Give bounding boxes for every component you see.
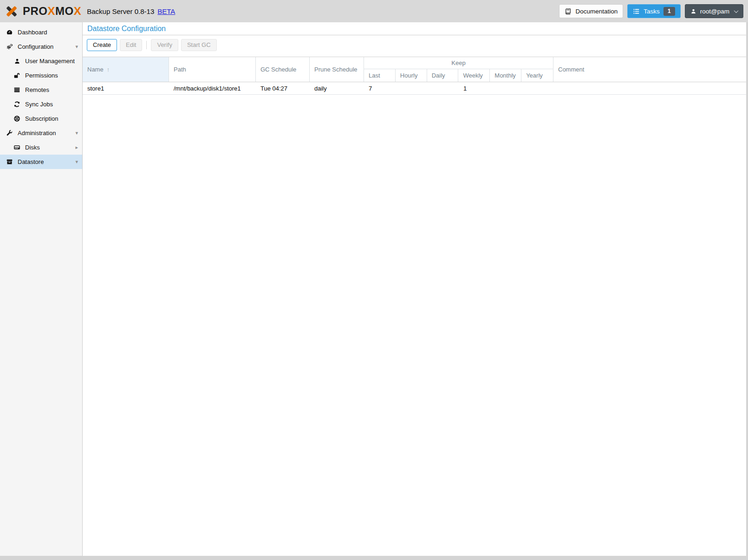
- table-row[interactable]: store1 /mnt/backup/disk1/store1 Tue 04:2…: [83, 82, 746, 95]
- user-menu-button[interactable]: root@pam: [685, 4, 743, 18]
- sidebar-item-label: Disks: [25, 144, 75, 151]
- column-header-keep-daily[interactable]: Daily: [427, 69, 459, 82]
- dashboard-icon: [6, 29, 13, 36]
- column-header-label: GC Schedule: [260, 66, 296, 73]
- documentation-label: Documentation: [575, 8, 618, 15]
- user-icon: [13, 58, 21, 65]
- beta-link[interactable]: BETA: [157, 7, 175, 15]
- column-group-keep: Keep Last Hourly Daily Weekly Monthly Ye…: [364, 57, 553, 82]
- table-header-row: Name ↑ Path GC Schedule Prune Schedule K…: [83, 57, 746, 82]
- sidebar-item-label: Configuration: [18, 43, 75, 50]
- life-ring-icon: [13, 115, 21, 122]
- sidebar-item-label: Administration: [18, 130, 75, 137]
- tasks-count-badge: 1: [663, 7, 675, 16]
- sidebar-item-subscription[interactable]: Subscription: [0, 111, 82, 126]
- toolbar-separator: [146, 41, 147, 49]
- column-header-keep-monthly[interactable]: Monthly: [490, 69, 521, 82]
- app-header: PROXMOX Backup Server 0.8-13 BETA Docume…: [0, 0, 748, 22]
- column-header-keep-last[interactable]: Last: [364, 69, 396, 82]
- archive-box-icon: [6, 158, 13, 165]
- column-header-label: Name: [87, 66, 104, 73]
- column-header-name[interactable]: Name ↑: [83, 57, 169, 82]
- sidebar-item-label: Subscription: [25, 115, 82, 122]
- start-gc-button[interactable]: Start GC: [181, 39, 217, 51]
- tasks-button[interactable]: Tasks 1: [627, 4, 680, 18]
- wrench-icon: [6, 130, 13, 137]
- column-header-keep-yearly[interactable]: Yearly: [521, 69, 553, 82]
- header-buttons: Documentation Tasks 1 root@pam: [559, 4, 743, 18]
- list-bars-icon: [13, 86, 21, 93]
- cell-prune-schedule: daily: [310, 85, 364, 92]
- column-header-prune-schedule[interactable]: Prune Schedule: [310, 57, 364, 82]
- proxmox-x-icon: [5, 4, 19, 18]
- toolbar: Create Edit Verify Start GC: [83, 35, 746, 54]
- product-title: Backup Server 0.8-13: [87, 7, 154, 15]
- column-header-label: Comment: [558, 66, 584, 73]
- sort-ascending-icon: ↑: [107, 66, 110, 73]
- user-label: root@pam: [700, 8, 729, 15]
- column-header-keep-weekly[interactable]: Weekly: [458, 69, 490, 82]
- sidebar-item-administration[interactable]: Administration ▾: [0, 126, 82, 140]
- sidebar-item-configuration[interactable]: Configuration ▾: [0, 39, 82, 54]
- cell-keep-weekly: 1: [459, 85, 490, 92]
- edit-button[interactable]: Edit: [120, 39, 142, 51]
- verify-button[interactable]: Verify: [151, 39, 178, 51]
- chevron-down-icon: ▾: [75, 130, 78, 136]
- tasks-label: Tasks: [644, 8, 660, 15]
- chevron-down-icon: ▾: [75, 159, 78, 165]
- task-list-icon: [633, 8, 640, 15]
- sidebar-item-disks[interactable]: Disks ▸: [0, 140, 82, 155]
- unlock-icon: [13, 72, 21, 79]
- sidebar-item-label: User Management: [25, 58, 82, 65]
- column-header-comment[interactable]: Comment: [553, 57, 746, 82]
- sidebar-item-user-management[interactable]: User Management: [0, 54, 82, 68]
- cell-name: store1: [83, 85, 169, 92]
- sidebar-item-sync-jobs[interactable]: Sync Jobs: [0, 97, 82, 111]
- sync-icon: [13, 101, 21, 108]
- chevron-down-icon: ▾: [75, 44, 78, 50]
- cell-gc-schedule: Tue 04:27: [256, 85, 310, 92]
- sidebar-item-dashboard[interactable]: Dashboard: [0, 25, 82, 39]
- create-button[interactable]: Create: [87, 39, 117, 51]
- book-icon: [565, 8, 572, 15]
- sidebar-item-label: Datastore: [18, 158, 75, 165]
- proxmox-wordmark: PROXMOX: [23, 5, 81, 18]
- sidebar-item-label: Dashboard: [18, 29, 82, 36]
- documentation-button[interactable]: Documentation: [559, 4, 623, 18]
- sidebar-item-label: Sync Jobs: [25, 101, 82, 108]
- sidebar-item-label: Permissions: [25, 72, 82, 79]
- column-header-label: Path: [174, 66, 186, 73]
- cell-keep-last: 7: [364, 85, 396, 92]
- sidebar-item-label: Remotes: [25, 86, 82, 93]
- gears-icon: [6, 43, 13, 50]
- datastore-table: Name ↑ Path GC Schedule Prune Schedule K…: [83, 57, 746, 95]
- chevron-down-icon: [734, 8, 739, 13]
- hard-disk-icon: [13, 144, 21, 151]
- page-title: Datastore Configuration: [83, 22, 746, 35]
- sidebar-item-permissions[interactable]: Permissions: [0, 68, 82, 83]
- keep-group-label: Keep: [364, 57, 553, 69]
- sidebar-item-remotes[interactable]: Remotes: [0, 83, 82, 97]
- user-icon: [690, 8, 696, 14]
- sidebar-item-datastore[interactable]: Datastore ▾: [0, 155, 82, 169]
- column-header-path[interactable]: Path: [169, 57, 256, 82]
- chevron-right-icon: ▸: [75, 144, 78, 150]
- column-header-keep-hourly[interactable]: Hourly: [396, 69, 427, 82]
- main-panel: Datastore Configuration Create Edit Veri…: [83, 22, 746, 556]
- cell-path: /mnt/backup/disk1/store1: [169, 85, 256, 92]
- sidebar: Dashboard Configuration ▾ User Managemen…: [0, 22, 83, 556]
- column-header-gc-schedule[interactable]: GC Schedule: [256, 57, 310, 82]
- keep-subcolumns: Last Hourly Daily Weekly Monthly Yearly: [364, 69, 553, 82]
- column-header-label: Prune Schedule: [314, 66, 358, 73]
- proxmox-logo: PROXMOX: [5, 4, 81, 18]
